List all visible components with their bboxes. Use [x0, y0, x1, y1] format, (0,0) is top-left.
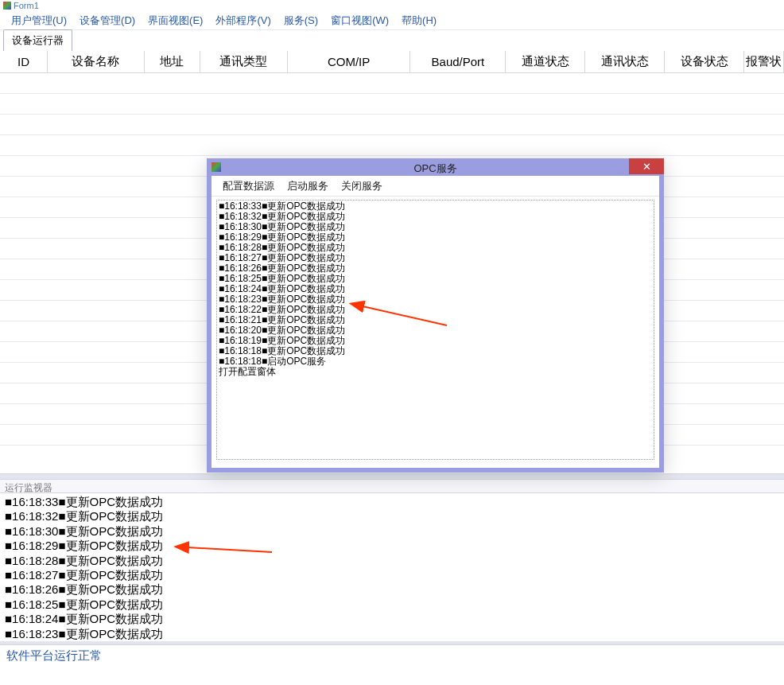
opc-dialog-menubar: 配置数据源 启动服务 关闭服务: [212, 176, 659, 197]
run-monitor-line: ■16:18:32■更新OPC数据成功: [5, 509, 779, 523]
status-text: 软件平台运行正常: [6, 648, 102, 664]
menu-external[interactable]: 外部程序(V): [209, 12, 277, 29]
menu-service[interactable]: 服务(S): [278, 12, 324, 29]
col-baud-port[interactable]: Baud/Port: [410, 51, 506, 73]
opc-log-line[interactable]: 打开配置窗体: [219, 367, 652, 377]
close-icon: ✕: [642, 161, 651, 173]
opc-dialog-titlebar[interactable]: OPC服务 ✕: [207, 158, 664, 176]
col-name[interactable]: 设备名称: [48, 51, 145, 73]
run-monitor-line: ■16:18:30■更新OPC数据成功: [5, 524, 779, 539]
menu-device-manage[interactable]: 设备管理(D): [73, 12, 142, 29]
opc-app-icon: [212, 162, 221, 172]
opc-dialog-title: OPC服务: [413, 162, 456, 176]
col-chan-stat[interactable]: 通道状态: [506, 51, 585, 73]
menu-bar: 用户管理(U) 设备管理(D) 界面视图(E) 外部程序(V) 服务(S) 窗口…: [0, 11, 784, 30]
run-monitor-body: ■16:18:33■更新OPC数据成功■16:18:32■更新OPC数据成功■1…: [0, 493, 784, 641]
menu-user-manage[interactable]: 用户管理(U): [5, 12, 73, 29]
app-icon: [3, 2, 11, 10]
run-monitor-line: ■16:18:27■更新OPC数据成功: [5, 568, 779, 582]
menu-help[interactable]: 帮助(H): [395, 12, 443, 29]
col-com-ip[interactable]: COM/IP: [288, 51, 411, 73]
device-grid-header: ID 设备名称 地址 通讯类型 COM/IP Baud/Port 通道状态 通讯…: [0, 51, 784, 73]
window-title: Form1: [14, 1, 39, 10]
col-comm-type[interactable]: 通讯类型: [200, 51, 288, 73]
col-addr[interactable]: 地址: [145, 51, 200, 73]
opc-log-list[interactable]: ■16:18:33■更新OPC数据成功■16:18:32■更新OPC数据成功■1…: [216, 200, 654, 460]
run-monitor-line: ■16:18:23■更新OPC数据成功: [5, 627, 779, 641]
run-monitor-line: ■16:18:33■更新OPC数据成功: [5, 495, 779, 509]
col-dev-stat[interactable]: 设备状态: [665, 51, 744, 73]
run-monitor-line: ■16:18:26■更新OPC数据成功: [5, 582, 779, 597]
tab-strip: 设备运行器: [0, 30, 784, 51]
tab-device-runner[interactable]: 设备运行器: [3, 29, 72, 51]
col-comm-stat[interactable]: 通讯状态: [585, 51, 665, 73]
menu-window[interactable]: 窗口视图(W): [324, 12, 395, 29]
title-bar: Form1: [0, 0, 784, 11]
opc-log-line[interactable]: ■16:18:18■启动OPC服务: [219, 356, 652, 367]
run-monitor-line: ■16:18:25■更新OPC数据成功: [5, 597, 779, 612]
opc-menu-config[interactable]: 配置数据源: [216, 177, 281, 195]
opc-close-button[interactable]: ✕: [629, 158, 664, 174]
col-alarm[interactable]: 报警状: [744, 51, 784, 73]
run-monitor-line: ■16:18:28■更新OPC数据成功: [5, 554, 779, 568]
run-monitor-line: ■16:18:24■更新OPC数据成功: [5, 612, 779, 626]
status-bar: 软件平台运行正常: [0, 644, 784, 667]
run-monitor-line: ■16:18:29■更新OPC数据成功: [5, 539, 779, 553]
run-monitor-header: 运行监视器: [0, 479, 784, 493]
menu-view[interactable]: 界面视图(E): [142, 12, 209, 29]
opc-menu-start[interactable]: 启动服务: [281, 177, 335, 195]
opc-service-dialog[interactable]: OPC服务 ✕ 配置数据源 启动服务 关闭服务 ■16:18:33■更新OPC数…: [207, 158, 664, 473]
opc-menu-stop[interactable]: 关闭服务: [335, 177, 389, 195]
col-id[interactable]: ID: [0, 51, 48, 73]
